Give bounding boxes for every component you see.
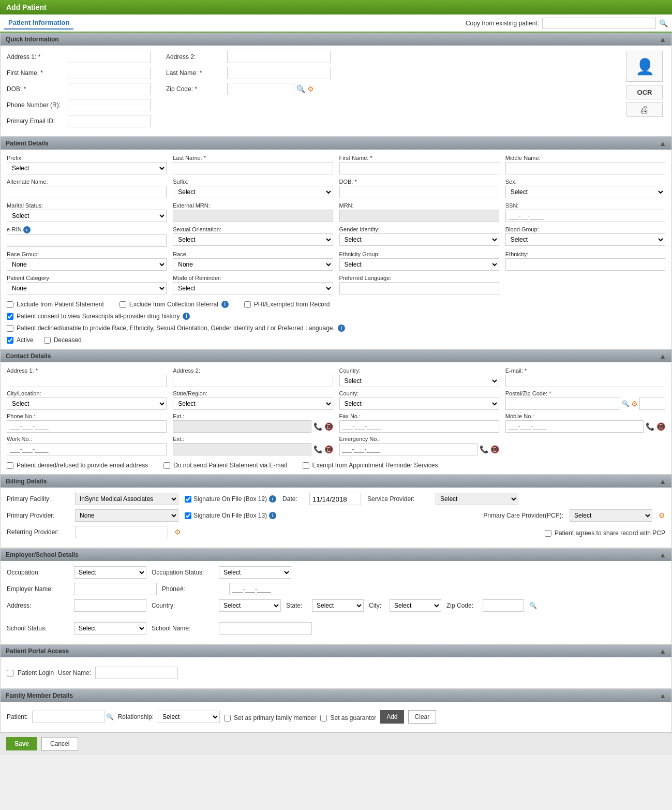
service-provider-select[interactable]: Select (436, 493, 518, 505)
pd-dob-input[interactable] (339, 186, 499, 198)
primary-provider-select[interactable]: None (75, 509, 178, 522)
save-button[interactable]: Save (6, 737, 37, 750)
cd-postal-gear-icon[interactable]: ⚙ (631, 400, 638, 408)
billing-date-input[interactable] (309, 493, 361, 505)
cd-phone-red-icon[interactable]: 📵 (324, 422, 333, 431)
qi-zip-input[interactable] (227, 83, 294, 95)
cd-phone-green-icon[interactable]: 📞 (313, 422, 322, 431)
fm-patient-input[interactable] (32, 711, 104, 723)
fm-primary-family-checkbox[interactable] (224, 715, 231, 721)
cd-emergency-green-icon[interactable]: 📞 (480, 445, 488, 453)
cd-postal-extra-input[interactable] (639, 397, 665, 410)
employer-address-input[interactable] (74, 599, 146, 612)
patient-portal-collapse-icon[interactable]: ▲ (659, 647, 666, 655)
copy-from-input[interactable] (542, 18, 656, 29)
declined-race-checkbox[interactable] (7, 325, 13, 332)
pd-blood-group-select[interactable]: Select (505, 233, 665, 246)
pd-ethnicity-group-select[interactable]: Select (339, 258, 499, 271)
fm-relationship-select[interactable]: Select (158, 711, 220, 723)
pd-lastname-input[interactable] (173, 162, 333, 174)
exclude-collection-info-icon[interactable]: i (221, 301, 229, 308)
exempt-reminder-checkbox[interactable] (303, 462, 309, 469)
active-checkbox[interactable] (7, 337, 13, 344)
pd-marital-select[interactable]: Select (7, 210, 167, 222)
ocr-button[interactable]: OCR (626, 85, 663, 99)
cd-county-select[interactable]: Select (339, 397, 499, 410)
employer-header[interactable]: Employer/School Details ▲ (1, 549, 671, 561)
pd-gender-identity-select[interactable]: Select (339, 233, 499, 246)
qi-address1-input[interactable] (68, 51, 151, 63)
pd-sexual-orient-select[interactable]: Select (173, 233, 333, 246)
cd-postal-input[interactable] (505, 397, 620, 410)
cd-work-input[interactable] (7, 443, 167, 455)
employer-zip-search-icon[interactable]: 🔍 (529, 602, 537, 609)
pd-ethnicity-input[interactable] (505, 258, 665, 271)
declined-race-info-icon[interactable]: i (338, 325, 345, 332)
cd-work-red-icon[interactable]: 📵 (324, 445, 333, 453)
exclude-statement-checkbox[interactable] (7, 301, 13, 308)
fm-add-button[interactable]: Add (380, 710, 404, 724)
patient-details-collapse-icon[interactable]: ▲ (659, 139, 666, 148)
patient-details-header[interactable]: Patient Details ▲ (1, 137, 671, 150)
occupation-status-select[interactable]: Select (219, 566, 291, 579)
billing-details-collapse-icon[interactable]: ▲ (659, 477, 666, 485)
qi-zip-gear-icon[interactable]: ⚙ (307, 85, 314, 93)
occupation-select[interactable]: Select (74, 566, 146, 579)
employer-country-select[interactable]: Select (219, 599, 281, 612)
pcp-gear-icon[interactable]: ⚙ (659, 511, 665, 520)
exclude-collection-checkbox[interactable] (120, 301, 126, 308)
employer-zip-input[interactable] (483, 599, 524, 612)
fm-guarantor-checkbox[interactable] (320, 715, 327, 721)
cd-address2-input[interactable] (173, 375, 333, 387)
cd-mobile-input[interactable] (505, 420, 644, 433)
school-name-input[interactable] (219, 622, 312, 635)
cd-mobile-red-icon[interactable]: 📵 (656, 422, 665, 431)
patient-portal-header[interactable]: Patient Portal Access ▲ (1, 645, 671, 657)
sig-box13-checkbox[interactable] (185, 512, 191, 519)
consent-surescripts-checkbox[interactable] (7, 313, 13, 320)
employer-phone-input[interactable] (229, 583, 291, 595)
family-member-collapse-icon[interactable]: ▲ (659, 691, 666, 700)
qi-lastname-input[interactable] (227, 67, 331, 79)
employer-state-select[interactable]: Select (312, 599, 364, 612)
sig-box12-info-icon[interactable]: i (269, 495, 276, 503)
phi-exempted-checkbox[interactable] (244, 301, 251, 308)
erin-info-icon[interactable]: i (23, 226, 31, 233)
pd-suffix-select[interactable]: Select (173, 186, 333, 198)
cd-work-green-icon[interactable]: 📞 (313, 445, 322, 453)
qi-firstname-input[interactable] (68, 67, 151, 79)
scan-button[interactable]: 🖨 (626, 102, 663, 117)
username-input[interactable] (95, 667, 178, 679)
pd-firstname-input[interactable] (339, 162, 499, 174)
fm-patient-search-icon[interactable]: 🔍 (106, 713, 114, 720)
cd-state-select[interactable]: Select (173, 397, 333, 410)
pcp-select[interactable]: Select (570, 509, 652, 522)
cd-country-select[interactable]: Select (339, 375, 499, 387)
qi-zip-search-icon[interactable]: 🔍 (296, 85, 305, 93)
pd-preferred-lang-input[interactable] (339, 282, 499, 294)
tab-patient-info[interactable]: Patient Information (4, 17, 73, 30)
school-status-select[interactable]: Select (74, 622, 146, 635)
consent-surescripts-info-icon[interactable]: i (183, 313, 190, 320)
billing-details-header[interactable]: Billing Details ▲ (1, 475, 671, 488)
cd-address1-input[interactable] (7, 375, 167, 387)
contact-details-collapse-icon[interactable]: ▲ (659, 352, 666, 360)
qi-email-input[interactable] (68, 115, 151, 127)
cd-email-input[interactable] (505, 375, 665, 387)
pd-middlename-input[interactable] (505, 162, 665, 174)
no-statement-email-checkbox[interactable] (163, 462, 170, 469)
sig-box13-info-icon[interactable]: i (269, 512, 276, 519)
pd-prefix-select[interactable]: Select (7, 162, 167, 174)
cancel-button[interactable]: Cancel (41, 737, 78, 750)
pd-altname-input[interactable] (7, 186, 167, 198)
sig-box12-checkbox[interactable] (185, 496, 191, 503)
cd-city-select[interactable]: Select (7, 397, 167, 410)
cd-emergency-red-icon[interactable]: 📵 (490, 445, 499, 453)
cd-fax-input[interactable] (339, 420, 499, 433)
fm-clear-button[interactable]: Clear (408, 710, 437, 724)
employer-name-input[interactable] (74, 583, 157, 595)
employer-city-select[interactable]: Select (390, 599, 441, 612)
employer-collapse-icon[interactable]: ▲ (659, 551, 666, 559)
cd-postal-search-icon[interactable]: 🔍 (622, 400, 630, 407)
patient-login-checkbox[interactable] (7, 670, 13, 676)
